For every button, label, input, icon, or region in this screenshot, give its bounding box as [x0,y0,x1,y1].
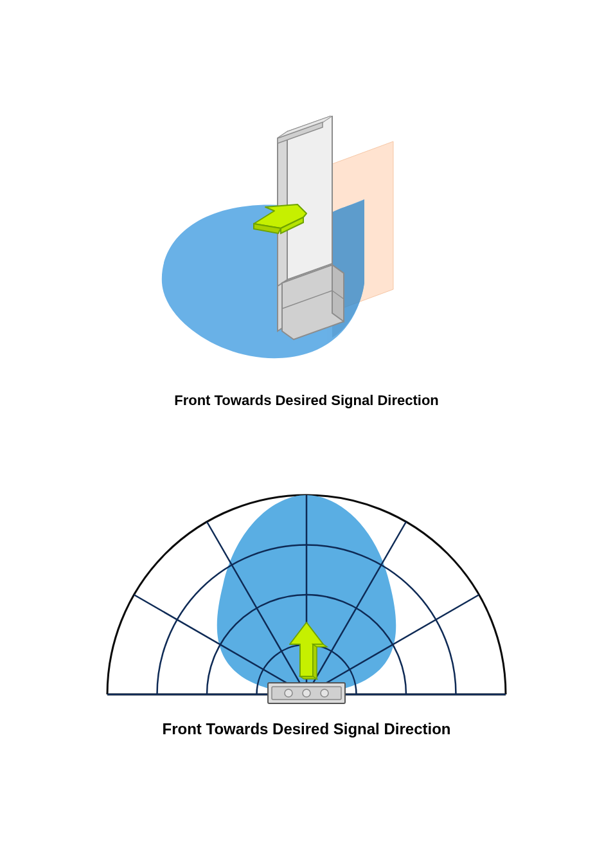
isometric-diagram-svg [139,116,474,392]
page: Front Towards Desired Signal Direction [0,0,613,868]
svg-point-26 [303,689,310,697]
polar-diagram-svg [49,476,564,720]
figure-isometric-caption: Front Towards Desired Signal Direction [0,392,613,409]
svg-marker-29 [313,644,317,679]
figure-polar-caption: Front Towards Desired Signal Direction [0,720,613,738]
svg-marker-9 [332,265,344,321]
antenna-top-view [268,683,345,703]
svg-point-25 [285,689,292,697]
svg-point-27 [321,689,328,697]
svg-marker-31 [300,676,317,679]
figure-polar: Front Towards Desired Signal Direction [0,476,613,738]
figure-isometric: Front Towards Desired Signal Direction [0,116,613,409]
